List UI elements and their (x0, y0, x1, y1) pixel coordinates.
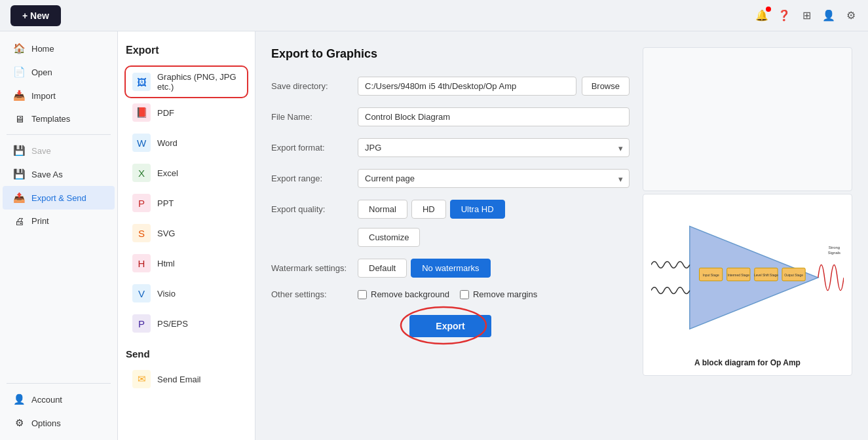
export-button[interactable]: Export (409, 315, 491, 337)
export-panel-title: Export (126, 45, 247, 56)
svg-text:Signals: Signals (828, 251, 840, 255)
export-item-word[interactable]: W Word (126, 128, 247, 157)
sidebar-item-print[interactable]: 🖨 Print (3, 210, 115, 232)
help-icon[interactable]: ❓ (778, 9, 791, 22)
svg-text:Level Shift Stage: Level Shift Stage (754, 274, 778, 277)
sidebar-item-export-send[interactable]: 📤 Export & Send (3, 186, 115, 210)
grid-icon[interactable]: ⊞ (800, 9, 813, 22)
export-item-visio-label: Visio (157, 289, 176, 299)
sidebar-item-home[interactable]: 🏠 Home (3, 37, 115, 60)
export-form: Export to Graphics Save directory: Brows… (271, 47, 630, 424)
svg-text:Intermed Stage: Intermed Stage (728, 274, 750, 277)
preview-caption: A block diagram for Op Amp (651, 358, 844, 367)
sidebar-item-save[interactable]: 💾 Save (3, 139, 115, 162)
customize-button[interactable]: Customize (358, 228, 420, 247)
new-button[interactable]: + New (10, 5, 61, 26)
print-icon: 🖨 (13, 215, 25, 227)
file-name-row: File Name: (271, 107, 630, 126)
save-as-icon: 💾 (13, 168, 25, 180)
ppt-icon: P (132, 194, 151, 212)
sidebar-divider-1 (7, 134, 111, 135)
browse-button[interactable]: Browse (582, 77, 630, 96)
send-title: Send (126, 348, 247, 359)
export-item-email-label: Send Email (157, 375, 200, 384)
sidebar-label-export-send: Export & Send (31, 193, 86, 203)
file-name-value (358, 107, 630, 126)
export-item-pdf[interactable]: 📕 PDF (126, 98, 247, 127)
bell-icon[interactable]: 🔔 (755, 9, 768, 22)
remove-margins-input[interactable] (460, 290, 469, 299)
export-item-visio[interactable]: V Visio (126, 279, 247, 308)
export-item-pdf-label: PDF (157, 108, 174, 118)
remove-margins-label: Remove margins (473, 289, 537, 299)
save-directory-input[interactable] (358, 77, 576, 96)
svg-text:Strong: Strong (829, 246, 840, 249)
topbar: + New 🔔 ❓ ⊞ 👤 ⚙ (0, 0, 868, 31)
export-item-excel-label: Excel (157, 168, 178, 178)
other-settings-label: Other settings: (271, 289, 350, 299)
quality-ultrahd-button[interactable]: Ultra HD (450, 200, 505, 219)
export-item-html[interactable]: H Html (126, 249, 247, 278)
export-item-word-label: Word (157, 138, 178, 148)
quality-normal-button[interactable]: Normal (358, 200, 407, 219)
sidebar-item-open[interactable]: 📄 Open (3, 60, 115, 84)
settings-icon[interactable]: ⚙ (844, 9, 858, 22)
excel-icon: X (132, 164, 151, 182)
graphics-icon: 🖼 (132, 73, 151, 91)
watermark-none-button[interactable]: No watermarks (411, 259, 490, 278)
export-item-ps[interactable]: P PS/EPS (126, 309, 247, 338)
export-quality-row: Export quality: Normal HD Ultra HD Custo… (271, 200, 630, 247)
sidebar-label-options: Options (31, 418, 61, 428)
sidebar-item-save-as[interactable]: 💾 Save As (3, 162, 115, 186)
remove-margins-checkbox[interactable]: Remove margins (460, 289, 537, 299)
quality-hd-button[interactable]: HD (411, 200, 446, 219)
file-name-input[interactable] (358, 107, 630, 126)
remove-background-checkbox[interactable]: Remove background (358, 289, 449, 299)
export-format-value: JPG PNG BMP GIF SVG (358, 138, 630, 157)
export-item-ppt-label: PPT (157, 198, 174, 208)
export-item-excel[interactable]: X Excel (126, 158, 247, 187)
export-item-svg[interactable]: S SVG (126, 219, 247, 248)
diagram-svg: Input Stage Intermed Stage Level Shift S… (651, 202, 844, 353)
save-icon: 💾 (13, 145, 25, 156)
content-area: Export to Graphics Save directory: Brows… (255, 31, 868, 440)
sidebar-divider-2 (7, 383, 111, 384)
customize-wrap: Customize (358, 223, 420, 247)
sidebar-label-save: Save (31, 146, 51, 156)
templates-icon: 🖥 (13, 113, 25, 124)
sidebar-bottom: 👤 Account ⚙ Options (0, 379, 117, 435)
svg-icon: S (132, 224, 151, 242)
save-directory-value: Browse (358, 77, 630, 96)
sidebar-label-home: Home (31, 44, 54, 54)
sidebar-item-options[interactable]: ⚙ Options (3, 411, 115, 435)
sidebar-label-print: Print (31, 216, 49, 226)
export-item-email[interactable]: ✉ Send Email (126, 365, 247, 394)
sidebar-label-account: Account (31, 395, 62, 405)
user-icon[interactable]: 👤 (822, 9, 835, 22)
sidebar-item-account[interactable]: 👤 Account (3, 388, 115, 411)
sidebar-label-import: Import (31, 91, 56, 101)
export-range-value: Current page All pages Selection (358, 169, 630, 188)
export-quality-label: Export quality: (271, 204, 350, 214)
export-item-graphics-label: Graphics (PNG, JPG etc.) (157, 72, 240, 92)
visio-icon: V (132, 284, 151, 302)
export-button-wrap: Export (271, 315, 630, 337)
sidebar-item-import[interactable]: 📥 Import (3, 84, 115, 107)
ps-icon: P (132, 314, 151, 333)
preview-panel: Input Stage Intermed Stage Level Shift S… (643, 47, 852, 424)
export-range-select[interactable]: Current page All pages Selection (358, 169, 630, 188)
export-item-ppt[interactable]: P PPT (126, 189, 247, 217)
watermark-default-button[interactable]: Default (358, 259, 407, 278)
remove-background-input[interactable] (358, 290, 367, 299)
export-item-graphics[interactable]: 🖼 Graphics (PNG, JPG etc.) (126, 67, 247, 97)
pdf-icon: 📕 (132, 103, 151, 122)
save-directory-row: Save directory: Browse (271, 77, 630, 96)
open-icon: 📄 (13, 66, 25, 78)
export-panel: Export 🖼 Graphics (PNG, JPG etc.) 📕 PDF … (118, 31, 255, 440)
home-icon: 🏠 (13, 43, 25, 54)
export-item-svg-label: SVG (157, 229, 175, 238)
sidebar-item-templates[interactable]: 🖥 Templates (3, 107, 115, 130)
watermark-buttons: Default No watermarks (358, 259, 630, 278)
sidebar-label-open: Open (31, 67, 52, 77)
export-format-select[interactable]: JPG PNG BMP GIF SVG (358, 138, 630, 157)
